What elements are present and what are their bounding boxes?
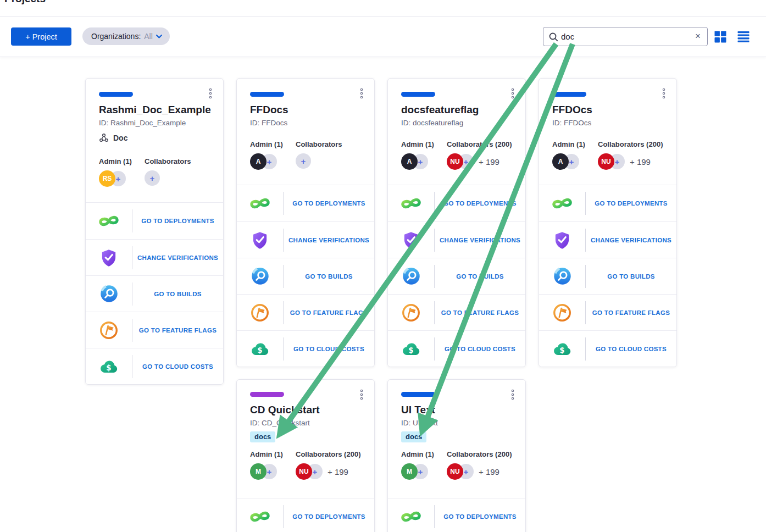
card-actions: GO TO DEPLOYMENTS xyxy=(388,498,525,532)
people-section: Admin (1) M + Collaborators (200) NU + +… xyxy=(250,450,361,480)
project-tag-docs[interactable]: docs xyxy=(401,431,426,442)
project-card-cd-quickstart[interactable]: CD Quickstart ID: CD_Quickstart docs Adm… xyxy=(236,379,375,532)
deployments-icon xyxy=(237,193,283,214)
search-input[interactable] xyxy=(561,27,682,46)
project-title: CD Quickstart xyxy=(250,404,361,416)
collaborator-avatar: NU xyxy=(296,463,312,480)
grid-view-icon[interactable] xyxy=(714,31,726,43)
card-actions: GO TO DEPLOYMENTS CHANGE VERIFICATIONS G… xyxy=(388,185,525,367)
search-icon xyxy=(548,32,558,42)
card-menu-icon[interactable] xyxy=(508,87,517,100)
project-id: ID: FFDocs xyxy=(250,119,361,127)
deployments-icon xyxy=(86,210,132,231)
go-to-cloud-costs-link[interactable]: GO TO CLOUD COSTS xyxy=(284,346,374,352)
go-to-feature-flags-link[interactable]: GO TO FEATURE FLAGS xyxy=(586,309,676,316)
organizations-filter-value: All xyxy=(144,32,153,41)
go-to-deployments-row[interactable]: GO TO DEPLOYMENTS xyxy=(539,185,676,221)
collaborators-label: Collaborators (200) xyxy=(447,450,512,458)
change-verifications-row[interactable]: CHANGE VERIFICATIONS xyxy=(539,221,676,258)
card-menu-icon[interactable] xyxy=(357,388,366,401)
feature-flags-icon xyxy=(539,302,585,323)
change-verifications-row[interactable]: CHANGE VERIFICATIONS xyxy=(388,221,525,258)
project-title: UI Text xyxy=(401,404,512,416)
go-to-deployments-row[interactable]: GO TO DEPLOYMENTS xyxy=(237,498,374,532)
project-id: ID: docsfeatureflag xyxy=(401,119,512,127)
go-to-cloud-costs-row[interactable]: GO TO CLOUD COSTS xyxy=(539,330,676,367)
go-to-deployments-row[interactable]: GO TO DEPLOYMENTS xyxy=(388,498,525,532)
go-to-cloud-costs-row[interactable]: GO TO CLOUD COSTS xyxy=(86,348,223,384)
go-to-builds-link[interactable]: GO TO BUILDS xyxy=(284,273,374,280)
change-verifications-link[interactable]: CHANGE VERIFICATIONS xyxy=(586,237,676,243)
go-to-deployments-link[interactable]: GO TO DEPLOYMENTS xyxy=(284,513,374,520)
go-to-builds-link[interactable]: GO TO BUILDS xyxy=(132,291,223,297)
go-to-deployments-row[interactable]: GO TO DEPLOYMENTS xyxy=(86,203,223,239)
project-card-rashmi-doc-example[interactable]: Rashmi_Doc_Example ID: Rashmi_Doc_Exampl… xyxy=(85,78,224,385)
card-menu-icon[interactable] xyxy=(659,87,668,100)
go-to-deployments-link[interactable]: GO TO DEPLOYMENTS xyxy=(284,200,374,207)
verifications-icon xyxy=(86,248,132,268)
go-to-feature-flags-row[interactable]: GO TO FEATURE FLAGS xyxy=(388,294,525,330)
go-to-deployments-link[interactable]: GO TO DEPLOYMENTS xyxy=(435,200,525,207)
project-id: ID: Rashmi_Doc_Example xyxy=(99,119,210,127)
go-to-cloud-costs-link[interactable]: GO TO CLOUD COSTS xyxy=(132,363,223,370)
card-color-bar xyxy=(401,92,435,97)
organizations-filter-dropdown[interactable]: Organizations: All xyxy=(82,27,170,45)
go-to-builds-link[interactable]: GO TO BUILDS xyxy=(435,273,525,280)
go-to-feature-flags-row[interactable]: GO TO FEATURE FLAGS xyxy=(86,312,223,348)
project-card-ffdocs[interactable]: FFDocs ID: FFDocs Admin (1) A + Collabor… xyxy=(236,78,375,367)
admin-avatar: M xyxy=(401,463,418,480)
go-to-deployments-link[interactable]: GO TO DEPLOYMENTS xyxy=(132,218,223,224)
go-to-builds-row[interactable]: GO TO BUILDS xyxy=(86,275,223,312)
deployments-icon xyxy=(388,506,434,527)
go-to-cloud-costs-row[interactable]: GO TO CLOUD COSTS xyxy=(237,330,374,367)
go-to-cloud-costs-row[interactable]: GO TO CLOUD COSTS xyxy=(388,330,525,367)
admin-label: Admin (1) xyxy=(99,157,145,165)
card-menu-icon[interactable] xyxy=(206,87,215,100)
change-verifications-link[interactable]: CHANGE VERIFICATIONS xyxy=(284,237,374,243)
organizations-filter-label: Organizations: xyxy=(91,32,141,41)
project-card-ui-text[interactable]: UI Text ID: UI_Text docs Admin (1) M + C… xyxy=(387,379,526,532)
list-view-icon[interactable] xyxy=(737,31,750,43)
go-to-deployments-link[interactable]: GO TO DEPLOYMENTS xyxy=(586,200,676,207)
change-verifications-link[interactable]: CHANGE VERIFICATIONS xyxy=(132,254,223,261)
card-menu-icon[interactable] xyxy=(508,388,517,401)
collaborator-avatar: NU xyxy=(598,153,614,170)
go-to-deployments-row[interactable]: GO TO DEPLOYMENTS xyxy=(388,185,525,221)
builds-icon xyxy=(86,284,132,304)
go-to-builds-row[interactable]: GO TO BUILDS xyxy=(539,258,676,294)
change-verifications-link[interactable]: CHANGE VERIFICATIONS xyxy=(435,237,525,243)
go-to-builds-row[interactable]: GO TO BUILDS xyxy=(388,258,525,294)
change-verifications-row[interactable]: CHANGE VERIFICATIONS xyxy=(237,221,374,258)
card-actions: GO TO DEPLOYMENTS CHANGE VERIFICATIONS G… xyxy=(539,185,676,367)
project-title: FFDOcs xyxy=(552,104,663,116)
go-to-feature-flags-link[interactable]: GO TO FEATURE FLAGS xyxy=(132,327,223,334)
go-to-builds-link[interactable]: GO TO BUILDS xyxy=(586,273,676,280)
organization-name: Doc xyxy=(113,134,127,142)
go-to-builds-row[interactable]: GO TO BUILDS xyxy=(237,258,374,294)
feature-flags-icon xyxy=(237,302,283,323)
chevron-down-icon xyxy=(156,35,162,38)
add-collaborator-button[interactable]: + xyxy=(296,153,311,169)
project-card-docsfeatureflag[interactable]: docsfeatureflag ID: docsfeatureflag Admi… xyxy=(387,78,526,367)
go-to-feature-flags-link[interactable]: GO TO FEATURE FLAGS xyxy=(435,309,525,316)
people-section: Admin (1) A + Collaborators (200) NU + +… xyxy=(401,140,512,170)
go-to-feature-flags-link[interactable]: GO TO FEATURE FLAGS xyxy=(284,309,374,316)
admin-avatar: M xyxy=(250,463,267,480)
go-to-cloud-costs-link[interactable]: GO TO CLOUD COSTS xyxy=(586,346,676,352)
go-to-feature-flags-row[interactable]: GO TO FEATURE FLAGS xyxy=(237,294,374,330)
collaborators-label: Collaborators (200) xyxy=(447,140,512,148)
card-menu-icon[interactable] xyxy=(357,87,366,100)
clear-search-icon[interactable]: × xyxy=(695,31,701,42)
new-project-button[interactable]: + Project xyxy=(11,27,71,46)
cloud-costs-icon xyxy=(237,339,283,359)
toolbar: + Project Organizations: All × xyxy=(0,17,766,57)
go-to-feature-flags-row[interactable]: GO TO FEATURE FLAGS xyxy=(539,294,676,330)
organization-icon xyxy=(99,133,109,143)
go-to-deployments-link[interactable]: GO TO DEPLOYMENTS xyxy=(435,513,525,520)
project-tag-docs[interactable]: docs xyxy=(250,431,275,442)
go-to-deployments-row[interactable]: GO TO DEPLOYMENTS xyxy=(237,185,374,221)
project-card-ffdocs-2[interactable]: FFDOcs ID: FFDOcs Admin (1) A + Collabor… xyxy=(539,78,677,367)
add-collaborator-button[interactable]: + xyxy=(145,170,160,186)
change-verifications-row[interactable]: CHANGE VERIFICATIONS xyxy=(86,239,223,275)
go-to-cloud-costs-link[interactable]: GO TO CLOUD COSTS xyxy=(435,346,525,352)
